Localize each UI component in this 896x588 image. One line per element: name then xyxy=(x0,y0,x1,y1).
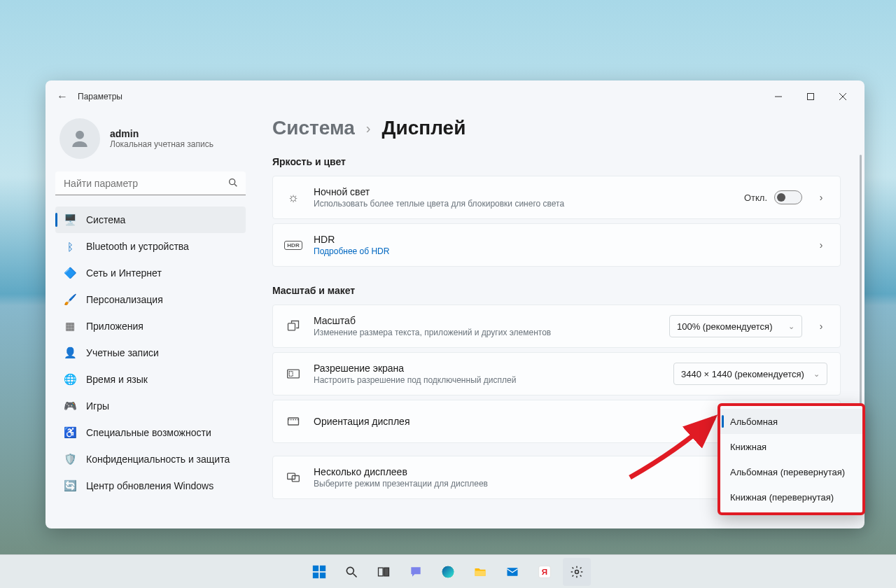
nav-label: Персонализация xyxy=(86,294,163,305)
scale-icon xyxy=(286,319,301,333)
nav-item-9[interactable]: 🛡️Конфиденциальность и защита xyxy=(55,446,246,472)
chevron-down-icon: ⌄ xyxy=(813,370,820,379)
svg-rect-21 xyxy=(384,568,389,576)
scale-combo[interactable]: 100% (рекомендуется) ⌄ xyxy=(669,315,802,337)
svg-rect-1 xyxy=(808,94,814,100)
svg-line-6 xyxy=(234,184,237,186)
nav-item-0[interactable]: 🖥️Система xyxy=(55,206,246,233)
chat-icon[interactable] xyxy=(402,558,430,586)
yandex-icon[interactable]: Я xyxy=(531,558,559,586)
nav-label: Учетные записи xyxy=(86,347,159,358)
chevron-right-icon[interactable]: › xyxy=(815,239,827,251)
edge-icon[interactable] xyxy=(434,558,462,586)
search-box[interactable] xyxy=(55,172,246,195)
svg-rect-12 xyxy=(288,473,295,479)
breadcrumb-parent[interactable]: Система xyxy=(272,117,355,139)
nav-item-6[interactable]: 🌐Время и язык xyxy=(55,366,246,393)
explorer-icon[interactable] xyxy=(466,558,494,586)
svg-rect-24 xyxy=(475,570,486,576)
sidebar: admin Локальная учетная запись 🖥️Система… xyxy=(46,113,255,528)
nav-label: Приложения xyxy=(86,321,144,332)
dropdown-option-3[interactable]: Книжная (перевернутая) xyxy=(720,484,862,510)
account-block[interactable]: admin Локальная учетная запись xyxy=(59,118,246,159)
scale-value: 100% (рекомендуется) xyxy=(677,321,772,332)
svg-rect-16 xyxy=(313,572,318,578)
account-name: admin xyxy=(110,128,214,139)
breadcrumb: Система › Дисплей xyxy=(272,117,841,139)
svg-point-23 xyxy=(442,566,454,578)
nav-icon: 🔄 xyxy=(64,479,76,492)
nav-list: 🖥️СистемаᛒBluetooth и устройства🔷Сеть и … xyxy=(55,206,246,499)
card-hdr[interactable]: HDR HDR Подробнее об HDR › xyxy=(272,223,841,267)
resolution-title: Разрешение экрана xyxy=(314,363,661,374)
resolution-icon xyxy=(286,367,301,381)
nav-label: Игры xyxy=(86,400,109,412)
close-button[interactable] xyxy=(827,85,859,108)
chevron-right-icon[interactable]: › xyxy=(815,321,827,332)
nav-label: Система xyxy=(86,214,125,225)
svg-point-5 xyxy=(230,179,235,185)
nav-item-3[interactable]: 🖌️Персонализация xyxy=(55,286,246,313)
nav-icon: ▦ xyxy=(64,320,76,332)
svg-rect-25 xyxy=(507,568,518,576)
titlebar: ← Параметры xyxy=(46,80,864,113)
card-resolution[interactable]: Разрешение экрана Настроить разрешение п… xyxy=(272,352,841,396)
nav-item-7[interactable]: 🎮Игры xyxy=(55,393,246,419)
nav-label: Сеть и Интернет xyxy=(86,267,162,279)
section-brightness: Яркость и цвет xyxy=(272,156,841,167)
scale-title: Масштаб xyxy=(314,315,657,326)
maximize-button[interactable] xyxy=(794,85,827,108)
mail-icon[interactable] xyxy=(498,558,526,586)
nav-label: Центр обновления Windows xyxy=(86,480,214,491)
scale-sub: Изменение размера текста, приложений и д… xyxy=(314,328,657,337)
minimize-button[interactable] xyxy=(762,85,794,108)
nav-item-4[interactable]: ▦Приложения xyxy=(55,313,246,340)
dropdown-option-1[interactable]: Книжная xyxy=(720,434,862,459)
resolution-combo[interactable]: 3440 × 1440 (рекомендуется) ⌄ xyxy=(673,363,827,385)
dropdown-option-0[interactable]: Альбомная xyxy=(720,409,862,434)
svg-line-19 xyxy=(354,573,357,577)
nav-icon: 👤 xyxy=(64,346,76,359)
svg-rect-9 xyxy=(289,372,293,377)
svg-rect-17 xyxy=(320,572,326,578)
start-button[interactable] xyxy=(305,558,333,586)
svg-rect-13 xyxy=(292,476,299,482)
nav-icon: ᛒ xyxy=(64,240,76,253)
nav-item-2[interactable]: 🔷Сеть и Интернет xyxy=(55,260,246,286)
account-sub: Локальная учетная запись xyxy=(110,139,214,149)
chevron-right-icon: › xyxy=(366,120,371,136)
chevron-down-icon: ⌄ xyxy=(788,322,794,331)
orientation-dropdown[interactable]: АльбомнаяКнижнаяАльбомная (перевернутая)… xyxy=(718,403,865,515)
back-button[interactable]: ← xyxy=(51,90,74,103)
hdr-link[interactable]: Подробнее об HDR xyxy=(314,246,802,256)
resolution-value: 3440 × 1440 (рекомендуется) xyxy=(681,369,804,379)
settings-taskbar[interactable] xyxy=(563,558,591,586)
search-icon xyxy=(227,177,239,191)
nav-item-5[interactable]: 👤Учетные записи xyxy=(55,340,246,366)
hdr-icon: HDR xyxy=(286,241,301,250)
dropdown-option-2[interactable]: Альбомная (перевернутая) xyxy=(720,459,862,484)
toggle-label: Откл. xyxy=(744,192,767,203)
search-input[interactable] xyxy=(55,172,246,195)
svg-rect-10 xyxy=(288,418,299,425)
chevron-right-icon[interactable]: › xyxy=(815,192,827,203)
window-title: Параметры xyxy=(78,92,122,102)
card-scale[interactable]: Масштаб Изменение размера текста, прилож… xyxy=(272,304,841,348)
resolution-sub: Настроить разрешение под подключенный ди… xyxy=(314,375,661,385)
orientation-icon xyxy=(286,414,301,428)
search-taskbar[interactable] xyxy=(337,558,365,586)
nav-item-1[interactable]: ᛒBluetooth и устройства xyxy=(55,233,246,260)
night-light-toggle[interactable] xyxy=(774,190,802,204)
nav-item-10[interactable]: 🔄Центр обновления Windows xyxy=(55,472,246,499)
nav-icon: 🔷 xyxy=(64,267,76,279)
nav-label: Специальные возможности xyxy=(86,427,211,438)
task-view[interactable] xyxy=(370,558,398,586)
nav-item-8[interactable]: ♿Специальные возможности xyxy=(55,419,246,446)
scrollbar[interactable] xyxy=(860,155,862,407)
nav-icon: ♿ xyxy=(64,426,76,439)
nav-label: Время и язык xyxy=(86,374,148,385)
svg-point-18 xyxy=(346,567,354,574)
card-night-light[interactable]: ☼ Ночной свет Использовать более теплые … xyxy=(272,176,841,219)
hdr-title: HDR xyxy=(314,234,802,245)
svg-point-28 xyxy=(575,570,579,573)
